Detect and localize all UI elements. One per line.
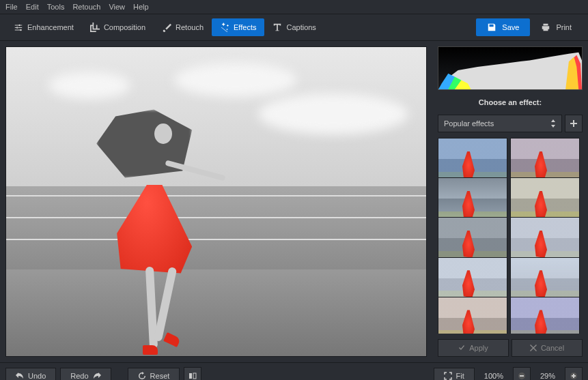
minus-icon: [518, 372, 526, 380]
effects-grid[interactable]: Cold toningColor splashContrastDetails e…: [438, 138, 583, 334]
text-icon: [272, 23, 282, 32]
svg-point-2: [20, 29, 22, 31]
tab-label: Enhancement: [27, 23, 74, 31]
apply-label: Apply: [469, 344, 488, 352]
compare-button[interactable]: [184, 367, 201, 380]
menubar: File Edit Tools Retouch View Help: [0, 0, 588, 14]
fit-icon: [444, 372, 452, 380]
undo-button[interactable]: Undo: [5, 368, 56, 380]
cancel-button[interactable]: Cancel: [512, 339, 583, 357]
effects-sidebar: Choose an effect: Popular effects Cold t…: [432, 41, 588, 362]
svg-point-1: [16, 27, 18, 29]
svg-rect-9: [573, 374, 574, 378]
close-icon: [530, 345, 537, 351]
tab-effects[interactable]: Effects: [212, 18, 264, 36]
crop-icon: [90, 23, 100, 32]
tab-label: Composition: [104, 23, 145, 31]
effect-thumb[interactable]: [438, 297, 507, 334]
tab-label: Captions: [286, 23, 316, 31]
tab-enhancement[interactable]: Enhancement: [5, 18, 82, 36]
redo-icon: [93, 372, 101, 379]
print-button[interactable]: Print: [530, 18, 583, 36]
sliders-icon: [14, 23, 23, 32]
svg-rect-6: [520, 375, 524, 377]
tab-captions[interactable]: Captions: [264, 18, 324, 36]
redo-button[interactable]: Redo: [60, 368, 111, 380]
panel-title: Choose an effect:: [438, 96, 583, 109]
zoom-in-button[interactable]: [565, 367, 583, 380]
menu-help[interactable]: Help: [133, 3, 149, 11]
reset-icon: [138, 372, 146, 380]
cancel-label: Cancel: [541, 344, 564, 352]
zoom-100-label[interactable]: 100%: [479, 372, 509, 380]
undo-icon: [16, 372, 24, 379]
footer-toolbar: Undo Redo Reset Fit 100% 29%: [0, 362, 588, 380]
updown-icon: [550, 119, 556, 128]
add-effect-button[interactable]: [565, 115, 583, 132]
reset-label: Reset: [150, 372, 170, 380]
save-button[interactable]: Save: [476, 18, 530, 36]
apply-button[interactable]: Apply: [438, 339, 509, 357]
brush-icon: [162, 23, 171, 32]
dropdown-label: Popular effects: [444, 119, 494, 128]
histogram[interactable]: [438, 46, 583, 90]
save-label: Save: [502, 23, 519, 31]
plus-icon: [570, 120, 577, 127]
compare-icon: [188, 372, 197, 380]
print-label: Print: [556, 23, 572, 31]
redo-label: Redo: [70, 372, 88, 380]
effect-thumb[interactable]: [510, 297, 580, 334]
menu-tools[interactable]: Tools: [47, 3, 65, 11]
zoom-out-button[interactable]: [513, 367, 531, 380]
image-canvas[interactable]: [5, 46, 427, 357]
fit-label: Fit: [456, 372, 464, 380]
tab-label: Retouch: [176, 23, 204, 31]
save-icon: [487, 23, 496, 32]
menu-file[interactable]: File: [5, 3, 18, 11]
svg-point-0: [18, 25, 20, 27]
tab-composition[interactable]: Composition: [82, 18, 154, 36]
main-toolbar: Enhancement Composition Retouch Effects …: [0, 14, 588, 41]
fit-button[interactable]: Fit: [434, 368, 475, 380]
tab-label: Effects: [234, 23, 256, 31]
svg-rect-3: [189, 373, 192, 379]
menu-view[interactable]: View: [109, 3, 125, 11]
effects-category-dropdown[interactable]: Popular effects: [438, 115, 562, 132]
svg-rect-4: [193, 373, 196, 379]
print-icon: [541, 23, 550, 32]
wand-icon: [220, 23, 229, 32]
menu-edit[interactable]: Edit: [26, 3, 39, 11]
menu-retouch[interactable]: Retouch: [72, 3, 100, 11]
undo-label: Undo: [28, 372, 46, 380]
reset-button[interactable]: Reset: [128, 368, 180, 380]
canvas-area: [0, 41, 432, 362]
tab-retouch[interactable]: Retouch: [154, 18, 212, 36]
zoom-level: 29%: [535, 372, 561, 380]
check-icon: [458, 345, 465, 351]
plus-icon: [570, 372, 578, 380]
